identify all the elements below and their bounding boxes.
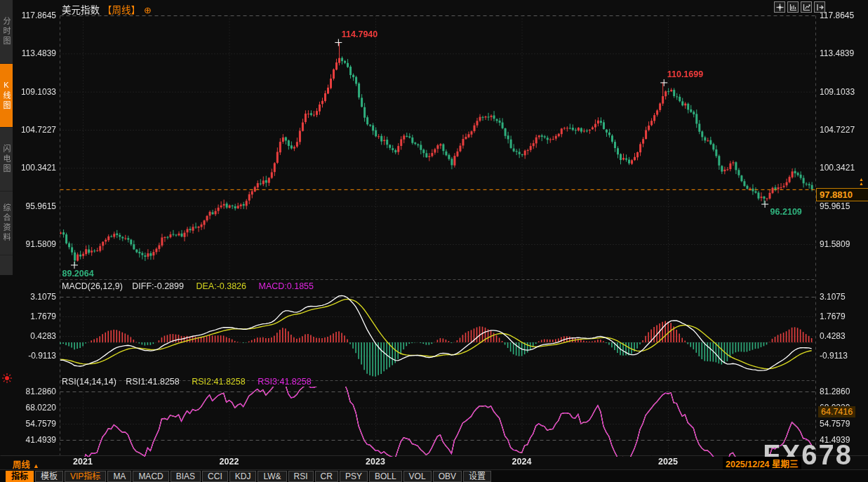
instrument-title: 美元指数 <box>62 5 100 15</box>
rsi1: RSI1:41.8258 <box>126 377 179 387</box>
macd-dea: DEA:-0.3826 <box>196 281 246 291</box>
rsi3: RSI3:41.8258 <box>258 377 311 387</box>
toolbar-tab-CCI[interactable]: CCI <box>202 471 228 482</box>
macd-value: MACD:0.1855 <box>259 281 314 291</box>
toolbar-tab-RSI[interactable]: RSI <box>288 471 314 482</box>
window-controls <box>774 1 825 13</box>
sidebar-item-1[interactable]: K线图 <box>0 64 13 128</box>
y-axis-label-right: 3.1075 <box>820 292 846 302</box>
toolbar-tab-LW&[interactable]: LW& <box>258 471 286 482</box>
y-axis-label-left: 54.7579 <box>8 419 56 429</box>
rsi-title: RSI(14,14,14) <box>62 377 116 387</box>
fit-y-icon[interactable] <box>801 1 812 13</box>
y-axis-label-left: 100.3421 <box>8 163 56 173</box>
x-axis-year-2024: 2024 <box>512 457 532 467</box>
extreme-label-low: 96.2109 <box>770 207 802 217</box>
y-axis-label-left: 1.7679 <box>8 312 56 321</box>
sidebar-item-3[interactable]: 综合资料 <box>0 192 13 255</box>
indicator-toolbar: 指标模板VIP指标MAMACDBIASCCIKDJLW&RSICRPSYBOLL… <box>0 469 868 482</box>
x-axis-year-2021: 2021 <box>73 457 93 467</box>
add-compare-icon[interactable]: ⊕ <box>144 5 152 15</box>
macd-title: MACD(26,12,9) <box>62 281 123 291</box>
pan-icon[interactable] <box>774 1 785 13</box>
macd-diff: DIFF:-0.2899 <box>132 281 184 291</box>
toolbar-tab-VOL[interactable]: VOL <box>403 471 432 482</box>
y-axis-label-right: 104.7227 <box>820 125 855 135</box>
y-axis-label-right: 113.4839 <box>820 48 854 58</box>
period-arrow-icon: ▲ <box>33 462 39 469</box>
y-axis-label-left: 113.4839 <box>8 48 56 58</box>
current-price-tag: 97.8810 <box>816 188 868 201</box>
y-axis-label-right: 54.7579 <box>820 419 850 429</box>
toolbar-tab-PSY[interactable]: PSY <box>340 471 368 482</box>
y-axis-label-right: 0.4283 <box>820 331 846 341</box>
fit-x-icon[interactable] <box>787 1 799 13</box>
rsi2: RSI2:41.8258 <box>192 377 245 387</box>
extreme-label-low: 89.2064 <box>62 269 93 279</box>
toolbar-tab-BIAS[interactable]: BIAS <box>171 471 201 482</box>
toolbar-tab-VIP指标[interactable]: VIP指标 <box>65 471 106 482</box>
macd-header: MACD(26,12,9) DIFF:-0.2899 DEA:-0.3826 M… <box>62 281 314 291</box>
y-axis-label-left: 95.9615 <box>8 201 56 211</box>
y-axis-label-right: 91.5809 <box>820 239 850 249</box>
toolbar-tab-模板[interactable]: 模板 <box>35 471 63 482</box>
extreme-label-high: 110.1699 <box>667 69 703 79</box>
price-marker-icon: ▲ ▲ <box>859 178 864 186</box>
alert-icon[interactable] <box>1 373 13 384</box>
y-axis-label-left: -0.9113 <box>8 351 56 361</box>
last-date-label: 2025/12/24 星期三 <box>723 457 801 470</box>
x-axis-year-2025: 2025 <box>658 457 678 467</box>
sidebar-item-0[interactable]: 分时图 <box>0 0 13 64</box>
toolbar-tab-KDJ[interactable]: KDJ <box>229 471 257 482</box>
period-tag: 【周线】 <box>102 5 140 15</box>
y-axis-label-right: 95.9615 <box>820 201 850 211</box>
toolbar-tab-CR[interactable]: CR <box>315 471 338 482</box>
y-axis-label-left: 3.1075 <box>8 292 56 302</box>
y-axis-label-right: 109.1033 <box>820 87 855 97</box>
toolbar-tab-MACD[interactable]: MACD <box>133 471 168 482</box>
chart-canvas[interactable] <box>0 0 868 482</box>
toolbar-tab-MA[interactable]: MA <box>107 471 131 482</box>
exit-icon[interactable] <box>814 1 825 13</box>
chart-mode-sidebar: 分时图K线图闪电图综合资料 <box>0 0 13 275</box>
y-axis-label-right: 1.7679 <box>820 312 846 321</box>
y-axis-label-left: 104.7227 <box>8 125 56 135</box>
y-axis-label-left: 68.0220 <box>8 403 56 413</box>
period-label: 周线 <box>13 460 30 470</box>
extreme-label-high: 114.7940 <box>342 29 378 39</box>
toolbar-tab-设置[interactable]: 设置 <box>463 471 491 482</box>
y-axis-label-left: 91.5809 <box>8 239 56 249</box>
y-axis-label-right: 81.2860 <box>820 387 850 396</box>
y-axis-label-left: 81.2860 <box>8 387 56 396</box>
x-axis-year-2023: 2023 <box>366 457 385 467</box>
chart-title-row: 美元指数【周线】⊕ <box>62 2 152 16</box>
price-marker-bottom: ▲ <box>859 182 864 186</box>
toolbar-tab-BOLL[interactable]: BOLL <box>369 471 402 482</box>
y-axis-label-left: 0.4283 <box>8 331 56 341</box>
rsi-header: RSI(14,14,14) RSI1:41.8258 RSI2:41.8258 … <box>62 377 312 387</box>
y-axis-label-left: 41.4939 <box>8 435 56 445</box>
rsi-current-value-tag: 64.7416 <box>818 406 855 417</box>
y-axis-label-left: 109.1033 <box>8 87 56 97</box>
y-axis-label-right: -0.9113 <box>820 351 848 361</box>
toolbar-tab-指标[interactable]: 指标 <box>6 471 34 482</box>
toolbar-tab-OBV[interactable]: OBV <box>433 471 462 482</box>
sidebar-item-2[interactable]: 闪电图 <box>0 128 13 192</box>
y-axis-label-right: 100.3421 <box>820 163 855 173</box>
x-axis-year-2022: 2022 <box>220 457 239 467</box>
y-axis-label-left: 117.8645 <box>8 11 56 20</box>
kline-app-window: 分时图K线图闪电图综合资料 美元指数【周线】⊕ <box>0 0 868 482</box>
